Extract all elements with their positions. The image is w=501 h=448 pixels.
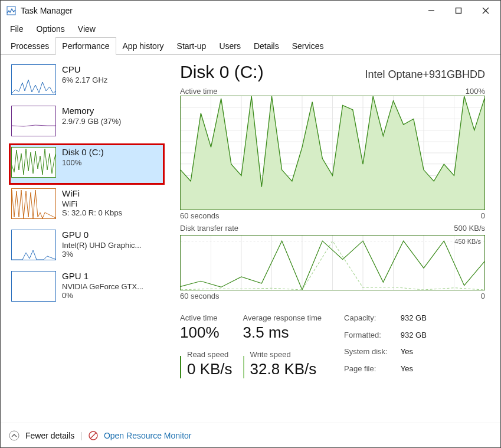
sidebar-item-label: CPU (62, 64, 107, 74)
kv-sysdisk-v: Yes (401, 347, 427, 362)
svg-line-36 (90, 433, 96, 439)
sidebar-item-label: Disk 0 (C:) (62, 147, 104, 157)
sidebar-item-disk0[interactable]: Disk 0 (C:)100% (9, 143, 165, 185)
resource-monitor-icon (89, 431, 98, 440)
task-manager-icon (6, 6, 16, 15)
kv-pagefile-v: Yes (401, 364, 427, 379)
sidebar-item-sub2: 3% (62, 250, 141, 259)
sidebar-item-label: WiFi (62, 188, 122, 198)
transfer-rate-chart: 450 KB/s (180, 235, 485, 290)
tab-app-history[interactable]: App history (116, 37, 171, 55)
sidebar-item-memory[interactable]: Memory2.9/7.9 GB (37%) (9, 102, 165, 143)
chart1-axis-left: 60 seconds (180, 211, 220, 220)
menu-view[interactable]: View (76, 23, 98, 35)
kv-formatted-k: Formatted: (344, 331, 388, 345)
memory-thumb-icon (11, 106, 56, 136)
stats-row: Active time 100% Read speed 0 KB/s Avera… (180, 313, 485, 378)
stat-avg-resp-value: 3.5 ms (243, 323, 322, 342)
performance-detail: Disk 0 (C:) Intel Optane+931GBHDD Active… (171, 55, 500, 423)
chart1-axis-right: 0 (481, 211, 485, 220)
tabstrip: Processes Performance App history Start-… (1, 37, 500, 55)
disk-properties: Capacity:932 GB Formatted:932 GB System … (344, 313, 427, 378)
kv-capacity-v: 932 GB (401, 313, 427, 328)
sidebar-item-gpu1[interactable]: GPU 1NVIDIA GeForce GTX...0% (9, 267, 165, 309)
stat-read-label: Read speed (187, 350, 233, 359)
menubar: File Options View (1, 21, 500, 37)
sidebar-item-sub: NVIDIA GeForce GTX... (62, 282, 143, 291)
stat-avg-resp-label: Average response time (243, 313, 322, 322)
sidebar-item-wifi[interactable]: WiFiWiFiS: 32.0 R: 0 Kbps (9, 185, 165, 226)
tab-startup[interactable]: Start-up (171, 37, 213, 55)
sidebar-item-sub: WiFi (62, 200, 122, 208)
footer: Fewer details | Open Resource Monitor (1, 423, 500, 447)
tab-details[interactable]: Details (247, 37, 286, 55)
kv-formatted-v: 932 GB (401, 331, 427, 345)
write-accent-bar (243, 356, 244, 378)
svg-point-34 (9, 431, 19, 440)
gpu0-thumb-icon (11, 230, 56, 260)
tab-users[interactable]: Users (212, 37, 247, 55)
sidebar-item-sub2: S: 32.0 R: 0 Kbps (62, 208, 122, 217)
stat-write-value: 32.8 KB/s (250, 360, 317, 378)
sidebar-item-cpu[interactable]: CPU6% 2.17 GHz (9, 61, 165, 102)
gpu1-thumb-icon (11, 271, 56, 302)
stat-active-time-label: Active time (180, 313, 233, 322)
kv-pagefile-k: Page file: (344, 364, 388, 379)
fewer-details-button[interactable]: Fewer details (25, 431, 74, 440)
chart2-axis-left: 60 seconds (180, 292, 220, 300)
read-accent-bar (180, 356, 181, 378)
disk-model: Intel Optane+931GBHDD (365, 68, 485, 81)
tab-performance[interactable]: Performance (55, 37, 116, 55)
tab-services[interactable]: Services (286, 37, 330, 55)
task-manager-window: Task Manager File Options View Processes… (0, 0, 501, 448)
kv-sysdisk-k: System disk: (344, 347, 388, 362)
sidebar-item-sub: 6% 2.17 GHz (62, 76, 107, 84)
minimize-button[interactable] (418, 2, 445, 19)
performance-sidebar: CPU6% 2.17 GHz Memory2.9/7.9 GB (37%) Di… (1, 55, 171, 423)
maximize-button[interactable] (445, 2, 472, 19)
chevron-up-icon[interactable] (9, 430, 19, 441)
sidebar-item-sub2: 0% (62, 291, 143, 300)
stat-write-label: Write speed (250, 350, 317, 359)
sidebar-item-sub: Intel(R) UHD Graphic... (62, 241, 141, 250)
disk-thumb-icon (11, 147, 56, 178)
cpu-thumb-icon (11, 64, 56, 95)
page-title: Disk 0 (C:) (180, 62, 264, 82)
sidebar-item-gpu0[interactable]: GPU 0Intel(R) UHD Graphic...3% (9, 226, 165, 267)
stat-read-value: 0 KB/s (187, 360, 233, 378)
stat-active-time-value: 100% (180, 323, 233, 342)
titlebar: Task Manager (1, 1, 500, 21)
tab-processes[interactable]: Processes (4, 37, 55, 55)
active-time-chart (180, 96, 485, 210)
sidebar-item-sub: 100% (62, 158, 104, 167)
chart1-label-right: 100% (466, 87, 485, 96)
chart2-label-left: Disk transfer rate (180, 224, 238, 233)
sidebar-item-label: GPU 0 (62, 230, 141, 240)
chart2-label-right: 500 KB/s (454, 224, 485, 233)
wifi-thumb-icon (11, 188, 56, 219)
sidebar-item-sub: 2.9/7.9 GB (37%) (62, 117, 121, 126)
kv-capacity-k: Capacity: (344, 313, 388, 328)
content-area: CPU6% 2.17 GHz Memory2.9/7.9 GB (37%) Di… (1, 55, 500, 423)
window-title: Task Manager (21, 6, 418, 15)
chart2-axis-right: 0 (481, 292, 485, 300)
close-button[interactable] (472, 2, 499, 19)
open-resource-monitor-link[interactable]: Open Resource Monitor (104, 431, 192, 440)
menu-file[interactable]: File (8, 23, 26, 35)
svg-rect-2 (456, 8, 461, 14)
sidebar-item-label: GPU 1 (62, 271, 143, 281)
sidebar-item-label: Memory (62, 106, 121, 116)
chart1-label-left: Active time (180, 87, 218, 96)
menu-options[interactable]: Options (34, 23, 67, 35)
